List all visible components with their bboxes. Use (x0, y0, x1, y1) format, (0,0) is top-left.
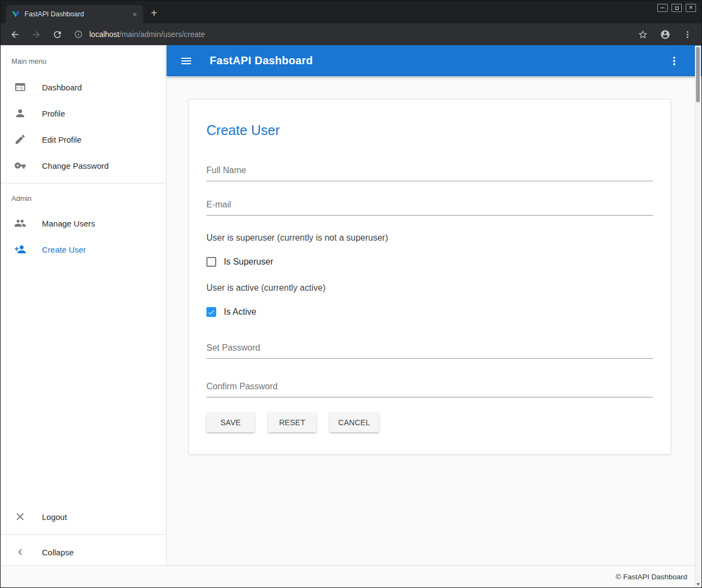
forward-button[interactable] (29, 28, 42, 41)
toolbar-right (627, 28, 694, 41)
active-checkbox-label: Is Active (224, 307, 257, 317)
person-icon (14, 107, 27, 120)
reload-icon (52, 29, 63, 40)
sidebar-item-label: Change Password (42, 161, 109, 170)
sidebar-item-label: Logout (42, 512, 67, 522)
new-tab-button[interactable]: + (151, 8, 157, 19)
page-scrollbar[interactable] (695, 46, 701, 587)
dashboard-icon (14, 81, 27, 94)
site-info-icon[interactable] (74, 30, 83, 39)
scrollbar-down-arrow[interactable] (695, 583, 701, 586)
main-area: FastAPI Dashboard Create User User is su… (167, 45, 701, 565)
down-triangle-icon (697, 583, 700, 586)
sidebar-section-admin: Admin (1, 188, 166, 210)
sidebar-item-label: Create User (42, 245, 86, 254)
close-window-button[interactable]: ✕ (686, 4, 696, 12)
person-add-icon (14, 243, 27, 256)
maximize-icon (675, 7, 679, 10)
set-password-field (206, 341, 653, 359)
close-icon: ✕ (689, 5, 693, 10)
minimize-button[interactable] (657, 4, 668, 12)
maximize-button[interactable] (672, 4, 682, 12)
superuser-checkbox-label: Is Superuser (224, 257, 273, 267)
full-name-field (206, 163, 653, 181)
people-icon (14, 217, 27, 230)
url-text: localhost/main/admin/users/create (89, 30, 205, 39)
hamburger-menu-icon[interactable] (180, 54, 193, 68)
set-password-input[interactable] (206, 341, 653, 359)
appbar-overflow-menu-icon[interactable] (668, 54, 681, 68)
full-name-input[interactable] (206, 163, 653, 181)
tab-close-icon[interactable] (130, 10, 139, 19)
reload-button[interactable] (51, 28, 64, 41)
back-arrow-icon (10, 29, 20, 40)
bookmark-star-icon[interactable] (636, 28, 649, 41)
active-checkbox[interactable] (206, 307, 216, 317)
profile-avatar-icon[interactable] (658, 28, 672, 41)
form-actions: SAVE RESET CANCEL (206, 413, 653, 432)
active-checkbox-row[interactable]: Is Active (206, 307, 653, 317)
page-footer: © FastAPI Dashboard (1, 565, 701, 587)
superuser-checkbox[interactable] (206, 257, 216, 267)
superuser-hint: User is superuser (currently is not a su… (206, 233, 653, 243)
forward-arrow-icon (31, 29, 41, 40)
sidebar: Main menu Dashboard Profile Edit Profile (1, 45, 167, 565)
sidebar-item-collapse[interactable]: Collapse (1, 539, 166, 565)
favicon-v-icon (11, 10, 20, 19)
url-host: localhost (89, 30, 119, 39)
scrollbar-thumb[interactable] (696, 47, 700, 102)
sidebar-item-change-password[interactable]: Change Password (1, 152, 166, 179)
sidebar-item-label: Profile (42, 109, 65, 118)
email-field (206, 198, 653, 216)
sidebar-section-main-menu: Main menu (1, 45, 166, 74)
sidebar-item-label: Edit Profile (42, 135, 82, 144)
browser-window: FastAPI Dashboard + ✕ localhost/main/adm… (0, 0, 702, 588)
app-bar: FastAPI Dashboard (167, 45, 701, 76)
url-path: /main/admin/users/create (119, 30, 205, 39)
create-user-card: Create User User is superuser (currently… (188, 99, 671, 455)
sidebar-item-profile[interactable]: Profile (1, 100, 166, 126)
sidebar-item-label: Collapse (42, 548, 74, 557)
page-title: Create User (206, 122, 653, 138)
sidebar-item-dashboard[interactable]: Dashboard (1, 74, 166, 100)
sidebar-divider (1, 534, 166, 535)
browser-tab[interactable]: FastAPI Dashboard (6, 5, 143, 23)
cancel-button[interactable]: CANCEL (329, 413, 379, 432)
check-icon (207, 308, 215, 316)
browser-toolbar: localhost/main/admin/users/create (1, 23, 701, 45)
back-button[interactable] (8, 28, 21, 41)
confirm-password-input[interactable] (206, 379, 653, 397)
browser-menu-icon[interactable] (681, 28, 694, 41)
confirm-password-field (206, 379, 653, 397)
sidebar-item-logout[interactable]: Logout (1, 504, 166, 530)
sidebar-item-create-user[interactable]: Create User (1, 236, 166, 262)
address-bar[interactable]: localhost/main/admin/users/create (74, 26, 625, 42)
tab-strip: FastAPI Dashboard + ✕ (1, 1, 701, 23)
page: Main menu Dashboard Profile Edit Profile (1, 45, 701, 565)
save-button[interactable]: SAVE (206, 413, 255, 432)
pencil-icon (14, 133, 27, 146)
minimize-icon (661, 8, 664, 8)
sidebar-item-edit-profile[interactable]: Edit Profile (1, 126, 166, 152)
tab-title: FastAPI Dashboard (25, 10, 126, 18)
sidebar-item-label: Dashboard (42, 83, 82, 92)
key-icon (14, 159, 27, 172)
sidebar-bottom: Logout Collapse (1, 504, 166, 565)
reset-button[interactable]: RESET (268, 413, 316, 432)
copyright-text: © FastAPI Dashboard (615, 573, 687, 581)
chevron-left-icon (14, 546, 27, 559)
active-hint: User is active (currently active) (206, 283, 653, 293)
superuser-checkbox-row[interactable]: Is Superuser (206, 257, 653, 267)
window-controls: ✕ (657, 4, 696, 12)
content-area: Create User User is superuser (currently… (167, 76, 701, 565)
sidebar-item-label: Manage Users (42, 219, 95, 228)
appbar-title: FastAPI Dashboard (210, 54, 668, 67)
logout-x-icon (14, 510, 27, 523)
sidebar-item-manage-users[interactable]: Manage Users (1, 210, 166, 236)
email-input[interactable] (206, 198, 653, 216)
sidebar-divider (1, 183, 166, 183)
